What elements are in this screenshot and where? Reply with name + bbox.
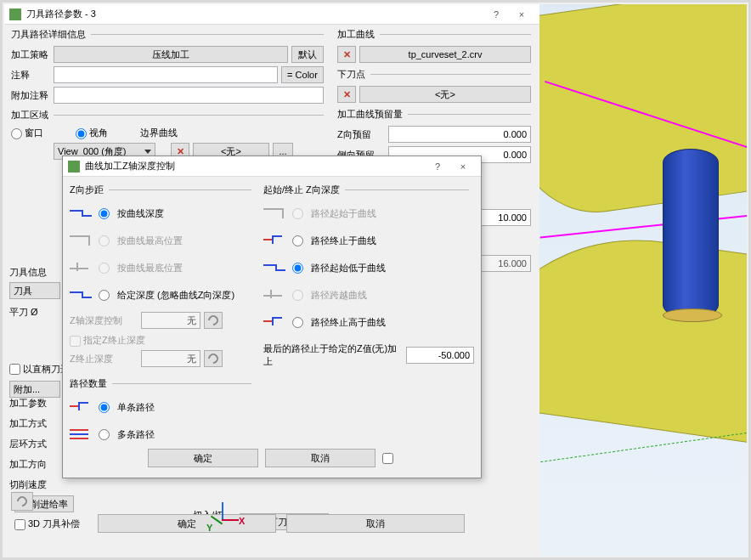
flat-dia-label: 平刀 Ø [9,304,65,320]
start-below-curve-icon [263,259,287,276]
start-on-curve-option[interactable]: 路径起始于曲线 [263,200,474,227]
z-reserve-label: Z向预留 [337,128,385,141]
z-end-config-button[interactable] [204,350,223,367]
mach-param-label: 加工参数 [9,397,69,410]
z-end-input [141,350,200,367]
sub-close-button[interactable]: × [450,161,476,172]
single-path-icon [70,399,93,416]
z-ctrl-config-button[interactable] [204,312,223,329]
toolinfo-header: 刀具信息 [9,263,65,282]
curve-depth-icon [70,205,93,222]
zstep-header-label: Z向步距 [70,184,104,196]
straight-handle-checkbox[interactable]: 以直柄刀进行 [9,363,65,376]
wrench-icon [206,352,221,366]
x-axis-label: X [239,516,245,526]
z-reserve-input[interactable] [388,126,531,143]
curve-bottom-icon [70,259,93,276]
region-header-label: 加工区域 [11,109,48,122]
final-z-label: 最后的路径止于给定的Z值(无)加上 [263,342,403,368]
pathcount-header-label: 路径数量 [70,377,107,390]
extra-button[interactable]: 附加... [9,381,60,398]
plunge-select-button[interactable]: <无> [359,86,531,103]
curve-depth-option[interactable]: 按曲线深度 [70,200,257,227]
app-icon [68,161,80,173]
curve-clear-button[interactable]: ✕ [337,46,356,63]
curve-header: 加工曲线 [332,25,536,44]
detail-header-label: 刀具路径详细信息 [11,28,86,41]
start-below-curve-option[interactable]: 路径起始低于曲线 [263,254,474,281]
x-icon: ✕ [343,49,351,60]
window-radio[interactable]: 窗口 [11,127,43,139]
specify-end-checkbox[interactable]: 指定Z终止深度 [70,334,145,347]
sub-cancel-button[interactable]: 取消 [265,449,376,467]
pathcount-header: 路径数量 [70,374,257,393]
default-button[interactable]: 默认 [291,46,324,63]
config-button[interactable] [11,492,33,511]
sub-ok-button[interactable]: 确定 [148,449,258,467]
x-icon: ✕ [343,89,351,100]
multi-path-icon [70,426,93,443]
final-z-input[interactable] [406,347,474,364]
y-axis-label: Y [206,523,212,533]
mach-dir-label: 加工方向 [9,458,69,471]
tool-button[interactable]: 刀具 [9,282,60,299]
curve-top-icon [70,232,93,249]
startend-header: 起始/终止 Z向深度 [263,180,474,200]
sub-help-button[interactable]: ? [425,161,450,172]
color-button[interactable]: = Color [281,66,324,83]
reserve-header-label: 加工曲线预留量 [337,108,403,121]
plunge-header-label: 下刀点 [337,68,365,81]
main-help-button[interactable]: ? [483,9,509,20]
cut-speed-label: 切削速度 [9,478,69,491]
z-axis [222,502,223,519]
strategy-label: 加工策略 [11,48,50,61]
startend-header-label: 起始/终止 Z向深度 [263,184,340,196]
curve-select-button[interactable]: tp_curveset_2.crv [359,46,531,63]
chevron-down-icon [144,150,151,154]
curve-header-label: 加工曲线 [337,28,375,41]
curve-top-option[interactable]: 按曲线最高位置 [70,227,257,254]
plunge-header: 下刀点 [332,65,536,84]
sub-extra-checkbox[interactable] [382,449,396,467]
toolinfo-header-label: 刀具信息 [9,266,47,279]
wrench-icon [206,314,221,328]
zstep-header: Z向步距 [70,180,257,200]
end-on-curve-option[interactable]: 路径终止于曲线 [263,227,474,254]
main-titlebar[interactable]: 刀具路径参数 - 3 ? × [4,4,539,25]
strategy-button[interactable]: 压线加工 [54,46,288,63]
end-on-curve-icon [263,232,287,249]
reserve-header: 加工曲线预留量 [332,105,536,124]
wrench-icon [15,495,30,509]
boundary-label: 边界曲线 [140,127,178,139]
start-on-curve-icon [263,205,287,222]
comment-input[interactable] [54,66,278,83]
app-frame: 刀具路径参数 - 3 ? × 刀具路径详细信息 加工策略 压线加工 默认 注释 … [0,0,751,560]
add-comment-input[interactable] [54,87,324,104]
cross-curve-option[interactable]: 路径跨越曲线 [263,281,474,308]
view-radio[interactable]: 视角 [76,127,108,139]
z-end-label: Z终止深度 [70,353,138,365]
curve-bottom-option[interactable]: 按曲线最底位置 [70,254,257,281]
sub-titlebar[interactable]: 曲线加工Z轴深度控制 ? × [63,156,481,177]
end-above-curve-icon [263,314,287,331]
main-ok-button[interactable]: 确定 [98,514,276,533]
given-depth-option[interactable]: 给定深度 (忽略曲线Z向深度) [70,281,257,308]
axis-gizmo: Y X [206,502,240,536]
z-ctrl-label: Z轴深度控制 [70,314,138,327]
single-path-option[interactable]: 单条路径 [70,393,257,421]
comment-label: 注释 [11,69,50,82]
end-above-curve-option[interactable]: 路径终止高于曲线 [263,308,474,336]
start-end-panel: 起始/终止 Z向深度 路径起始于曲线 路径终止于曲线 路径起始低于曲线 路径跨越… [263,180,474,448]
mach-method-label: 加工方式 [9,417,69,430]
main-cancel-button[interactable]: 取消 [286,514,465,533]
tool-info-panel: 刀具信息 刀具 平刀 Ø 以直柄刀进行 附加... [9,263,65,399]
main-title: 刀具路径参数 - 3 [26,8,483,20]
main-close-button[interactable]: × [509,9,534,20]
viewport-3d[interactable] [539,4,747,556]
given-depth-icon [70,286,93,303]
tool-cylinder [663,149,719,319]
comp3d-checkbox[interactable]: 3D 刀具补偿 [14,518,80,529]
region-header: 加工区域 [6,105,329,125]
cross-curve-icon [263,286,287,303]
plunge-clear-button[interactable]: ✕ [337,86,356,103]
